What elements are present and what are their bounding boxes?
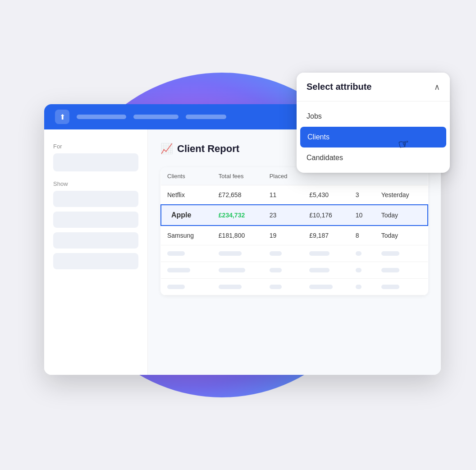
dropdown-list: Jobs Clients Candidates [297, 101, 450, 173]
cell-name-apple: Apple [161, 205, 212, 226]
apple-text: Apple [171, 211, 191, 219]
cell-placed: 11 [263, 185, 303, 205]
table-container: Clients Total fees Placed Netf [160, 167, 428, 295]
cell-name: Netflix [161, 185, 212, 205]
client-table: Clients Total fees Placed Netf [160, 167, 428, 295]
cell-placed-samsung: 19 [263, 226, 303, 245]
cell-fee2-apple: £10,176 [303, 205, 349, 226]
col-clients: Clients [161, 167, 212, 185]
scene: ⬆ For Show 📈 Client Report [17, 28, 459, 442]
cell-date: Yesterday [375, 185, 428, 205]
show-field-3[interactable] [53, 232, 138, 249]
show-field-1[interactable] [53, 191, 138, 207]
table-row[interactable]: Samsung £181,800 19 £9,187 8 Today [161, 226, 428, 245]
show-field-4[interactable] [53, 253, 138, 269]
cell-date-apple: Today [375, 205, 428, 226]
header-logo: ⬆ [55, 110, 69, 124]
dropdown-item-jobs[interactable]: Jobs [297, 106, 450, 127]
for-label: For [53, 143, 138, 150]
dropdown-title: Select attribute [307, 82, 371, 92]
col-total-fees: Total fees [212, 167, 263, 185]
cell-fee2: £5,430 [303, 185, 349, 205]
chevron-up-icon: ∧ [434, 82, 440, 92]
nav-pill-3[interactable] [186, 115, 226, 119]
show-field-2[interactable] [53, 212, 138, 228]
dropdown-item-candidates[interactable]: Candidates [297, 147, 450, 168]
cell-fees-samsung: £181,800 [212, 226, 263, 245]
skeleton-row-2 [161, 262, 428, 279]
for-field[interactable] [53, 153, 138, 171]
select-attribute-dropdown[interactable]: Select attribute ∧ Jobs Clients Candidat… [297, 73, 450, 173]
show-label: Show [53, 180, 138, 187]
cell-num-samsung: 8 [349, 226, 375, 245]
apple-fees-value: £234,732 [219, 212, 245, 219]
table-row[interactable]: Netflix £72,658 11 £5,430 3 Yesterday [161, 185, 428, 205]
report-title: Client Report [177, 143, 239, 155]
cell-fees-apple: £234,732 [212, 205, 263, 226]
dropdown-item-clients[interactable]: Clients [300, 127, 446, 147]
logo-icon: ⬆ [60, 113, 65, 121]
cell-num-apple: 10 [349, 205, 375, 226]
cell-fees: £72,658 [212, 185, 263, 205]
dropdown-header[interactable]: Select attribute ∧ [297, 73, 450, 101]
table-row-highlighted[interactable]: Apple £234,732 23 £10,176 10 Today [161, 205, 428, 226]
cell-date-samsung: Today [375, 226, 428, 245]
nav-pill-2[interactable] [133, 115, 178, 119]
chart-icon: 📈 [160, 143, 173, 155]
sidebar: For Show [44, 129, 148, 375]
cell-name-samsung: Samsung [161, 226, 212, 245]
skeleton-row-1 [161, 245, 428, 262]
cell-placed-apple: 23 [263, 205, 303, 226]
cell-fee2-samsung: £9,187 [303, 226, 349, 245]
skeleton-row-3 [161, 279, 428, 295]
cell-num: 3 [349, 185, 375, 205]
nav-pill-1[interactable] [77, 115, 126, 119]
col-placed: Placed [263, 167, 303, 185]
